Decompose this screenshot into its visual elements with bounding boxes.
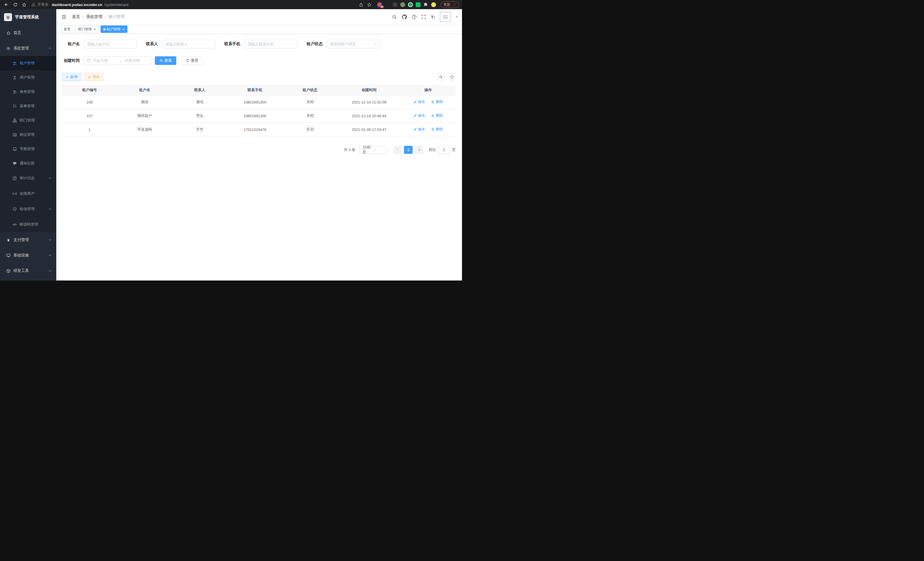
delete-button[interactable]: 删除: [431, 99, 443, 104]
cell-tenant-name: 测试: [117, 95, 172, 109]
pencil-icon: [413, 128, 417, 131]
contact-input[interactable]: [162, 40, 215, 48]
sidebar-item-label: 支付管理: [14, 237, 45, 242]
font-size-icon[interactable]: TT: [431, 15, 435, 19]
cube-icon: [6, 269, 10, 273]
sidebar-item-user[interactable]: 用户管理: [0, 70, 56, 85]
tenant-name-input[interactable]: [84, 40, 137, 48]
col-tenant-id: 租户编号: [62, 85, 117, 95]
sidebar-item-notice[interactable]: 通知公告: [0, 156, 56, 170]
select-caret-icon: [374, 42, 377, 46]
page-size-select[interactable]: 10条/页: [359, 146, 387, 154]
sidebar-item-dict[interactable]: 字典管理: [0, 142, 56, 156]
breadcrumb-separator: /: [105, 15, 106, 19]
sidebar-item-home[interactable]: 首页: [0, 25, 56, 41]
tab-label: 部门管理: [78, 27, 92, 32]
sidebar-item-role[interactable]: 角色管理: [0, 85, 56, 99]
sidebar-item-system[interactable]: 系统管理: [0, 41, 56, 56]
reset-button[interactable]: 重置: [182, 56, 203, 65]
extension-icon-2[interactable]: [385, 2, 390, 7]
goto-page-input[interactable]: [438, 146, 450, 154]
avatar-dropdown-caret[interactable]: [456, 16, 458, 19]
breadcrumb-system[interactable]: 系统管理: [86, 14, 102, 20]
add-button[interactable]: 新增: [62, 73, 81, 81]
next-page-button[interactable]: [415, 146, 423, 154]
browser-back-icon[interactable]: [4, 2, 9, 7]
github-icon[interactable]: [402, 14, 407, 20]
sidebar-item-auditlog[interactable]: 审计日志: [0, 170, 56, 186]
toggle-search-button[interactable]: [437, 73, 445, 81]
extension-icon-4[interactable]: [400, 2, 405, 7]
sidebar-item-tenant[interactable]: 租户管理: [0, 56, 56, 70]
user-icon: [13, 75, 17, 80]
user-avatar[interactable]: [440, 12, 451, 22]
tenant-users-icon: [13, 61, 17, 65]
sidebar-item-payment[interactable]: ¥ 支付管理: [0, 232, 56, 248]
trash-icon: [431, 128, 435, 131]
chevron-down-icon: [48, 207, 52, 211]
extension-icon-6[interactable]: [416, 2, 421, 7]
sidebar-item-infra[interactable]: 基础设施: [0, 248, 56, 263]
profile-avatar-icon[interactable]: [431, 2, 436, 7]
extensions-puzzle-icon[interactable]: [423, 2, 428, 7]
delete-label: 删除: [436, 113, 443, 118]
logo-row[interactable]: 芋道管理系统: [0, 9, 56, 25]
monitor-icon: [6, 253, 10, 258]
sidebar-item-menu[interactable]: 菜单管理: [0, 99, 56, 113]
book-icon: [13, 147, 17, 151]
browser-toolbar: 不安全 dashboard.yudao.iocoder.cn/system/te…: [0, 0, 462, 9]
browser-reload-icon[interactable]: [13, 3, 17, 7]
browser-update-button[interactable]: 更新 ⋮: [441, 2, 459, 8]
tab-tenant[interactable]: 租户管理×: [100, 26, 128, 33]
header-search-icon[interactable]: [392, 15, 397, 20]
tab-home[interactable]: 首页: [61, 26, 74, 33]
security-label[interactable]: 不安全: [38, 2, 49, 7]
cell-created: 2021-12-14 20:49:44: [338, 109, 400, 123]
sidebar-item-post[interactable]: 岗位管理: [0, 128, 56, 142]
sidebar-item-label: 角色管理: [20, 89, 52, 94]
prev-page-button[interactable]: [393, 146, 402, 154]
phone-label: 联系手机: [224, 41, 240, 47]
trash-icon: [431, 100, 435, 104]
search-button[interactable]: 搜索: [155, 56, 176, 65]
tab-dept[interactable]: 部门管理×: [75, 26, 99, 33]
date-end-placeholder: 结束日期: [125, 58, 148, 63]
help-icon[interactable]: [412, 15, 417, 20]
refresh-table-button[interactable]: [448, 73, 456, 81]
edit-button[interactable]: 修改: [413, 99, 425, 104]
browser-home-icon[interactable]: [22, 3, 26, 7]
tenant-name-label: 租户名: [62, 41, 80, 47]
date-range-picker[interactable]: 开始日期 - 结束日期: [84, 56, 152, 65]
sidebar-item-dept[interactable]: 部门管理: [0, 113, 56, 128]
delete-button[interactable]: 删除: [431, 113, 443, 118]
export-button[interactable]: 导出: [84, 73, 104, 81]
phone-input[interactable]: [244, 40, 297, 48]
extension-icon-3[interactable]: [393, 2, 398, 7]
sidebar-collapse-icon[interactable]: [56, 14, 72, 20]
sidebar-item-devtools[interactable]: 研发工具: [0, 263, 56, 278]
sidebar-item-online-users[interactable]: 在线用户: [0, 186, 56, 201]
sidebar-item-label: 基础设施: [14, 253, 45, 258]
bookmark-star-icon[interactable]: [367, 3, 371, 7]
sidebar-item-sms[interactable]: 短信管理: [0, 201, 56, 217]
cell-tenant-id: 107: [62, 109, 117, 123]
sidebar-item-errorcode[interactable]: </> 错误码管理: [0, 217, 56, 232]
tab-close-icon[interactable]: ×: [123, 27, 125, 31]
edit-button[interactable]: 修改: [413, 127, 425, 132]
extension-icon-1[interactable]: 10: [377, 2, 382, 7]
delete-button[interactable]: 删除: [431, 127, 443, 132]
tab-close-icon[interactable]: ×: [94, 27, 96, 31]
status-select[interactable]: 请选择租户状态: [327, 40, 380, 48]
address-bar[interactable]: 不安全 dashboard.yudao.iocoder.cn/system/te…: [28, 2, 374, 7]
page-number-button[interactable]: 1: [404, 146, 412, 154]
cell-contact: 芋艿: [172, 123, 227, 136]
menu-list-icon: [13, 104, 17, 108]
browser-menu-icon[interactable]: ⋮: [452, 3, 456, 7]
share-icon[interactable]: [359, 3, 363, 7]
breadcrumb-home[interactable]: 首页: [72, 14, 80, 20]
fullscreen-icon[interactable]: [422, 15, 426, 19]
edit-button[interactable]: 修改: [413, 113, 425, 118]
update-label: 更新: [443, 2, 450, 7]
extension-icon-5[interactable]: [408, 2, 413, 7]
extensions-area: 10: [374, 2, 439, 7]
